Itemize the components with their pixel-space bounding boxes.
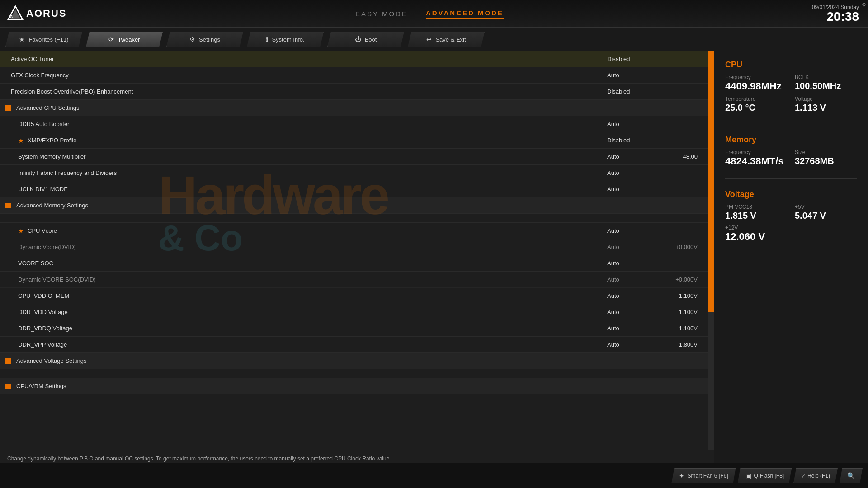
row-gfx-clock[interactable]: GFX Clock Frequency Auto [0,67,714,84]
info-panel: CPU Frequency 4409.98MHz BCLK 100.50MHz … [714,51,868,486]
tab-favorites-label: Favorites (F11) [28,36,68,43]
row-pbo[interactable]: Precision Boost Overdrive(PBO) Enhanceme… [0,84,714,100]
setting-name: GFX Clock Frequency [11,72,607,79]
tab-save-exit[interactable]: ↩ Save & Exit [408,32,485,47]
qflash-icon: ▣ [745,472,751,479]
setting-name: Active OC Tuner [11,56,607,62]
qflash-label: Q-Flash [F8] [754,473,784,479]
help-button[interactable]: ? Help (F1) [793,468,838,483]
row-ddr-vdd[interactable]: DDR_VDD Voltage Auto 1.100V [0,304,714,320]
cpu-section: CPU Frequency 4409.98MHz BCLK 100.50MHz … [725,60,857,113]
setting-name: Precision Boost Overdrive(PBO) Enhanceme… [11,88,607,95]
qflash-button[interactable]: ▣ Q-Flash [F8] [738,468,792,483]
scrollbar-thumb[interactable] [708,51,714,312]
cpu-freq-label: Frequency [725,74,788,80]
cpu-freq-value: 4409.98MHz [725,80,788,92]
category-dot [5,384,11,389]
vcc18-value: 1.815 V [725,210,788,221]
setting-name: Infinity Fabric Frequency and Dividers [18,169,607,176]
cpu-title: CPU [725,60,857,70]
mem-size-block: Size 32768MB [795,149,857,167]
setting-value: Auto [607,153,661,160]
smart-fan-button[interactable]: ✦ Smart Fan 6 [F6] [671,468,736,483]
row-active-oc-tuner[interactable]: Active OC Tuner Disabled [0,51,714,67]
settings-panel: Hardware & Co Active OC Tuner Disabled G… [0,51,714,486]
time-display: 20:38 [769,10,859,23]
row-cpu-vddio[interactable]: CPU_VDDIO_MEM Auto 1.100V [0,288,714,304]
row-ddr5-booster[interactable]: DDR5 Auto Booster Auto [0,116,714,132]
setting-value: Auto [607,186,661,192]
category-dot [5,105,11,111]
section-divider-2 [725,178,857,179]
tab-tweaker[interactable]: ⟳ Tweaker [86,32,163,47]
row-vcore-soc[interactable]: VCORE SOC Auto [0,255,714,272]
easy-mode-button[interactable]: EASY MODE [355,10,408,18]
category-advanced-cpu[interactable]: Advanced CPU Settings [0,100,714,116]
tab-boot[interactable]: ⏻ Boot [327,32,404,47]
main-content: Hardware & Co Active OC Tuner Disabled G… [0,51,868,486]
search-button[interactable]: 🔍 [840,468,863,483]
plus5v-block: +5V 5.047 V [795,204,857,221]
settings-icon: ⚙ [189,36,195,43]
datetime-area: 09/01/2024 Sunday 20:38 [769,4,868,23]
category-label: Advanced Voltage Settings [16,357,707,364]
mem-size-label: Size [795,149,857,155]
logo-area: A AORUS [0,5,90,22]
setting-value: Disabled [607,88,661,95]
top-settings-icon: ⚙ [862,2,866,8]
cpu-volt-block: Voltage 1.113 V [795,96,857,113]
setting-value: Disabled [607,56,661,62]
row-empty2 [0,369,714,378]
help-label: Help (F1) [807,473,830,479]
cpu-temp-block: Temperature 25.0 °C [725,96,788,113]
setting-value: Auto [607,325,661,332]
tab-favorites[interactable]: ★ Favorites (F11) [5,32,82,47]
setting-value: Auto [607,169,661,176]
category-advanced-voltage[interactable]: Advanced Voltage Settings [0,353,714,369]
setting-name: CPU Vcore [28,227,607,234]
row-uclk-div1[interactable]: UCLK DIV1 MODE Auto [0,181,714,197]
setting-name: Dynamic VCORE SOC(DVID) [18,276,607,283]
voltage-info-grid: PM VCC18 1.815 V +5V 5.047 V +12V 12.060… [725,204,857,243]
row-mem-multiplier[interactable]: System Memory Multiplier Auto 48.00 [0,149,714,165]
plus12v-block: +12V 12.060 V [725,225,788,243]
cpu-bclk-value: 100.50MHz [795,80,857,91]
setting-name: DDR_VDD Voltage [18,309,607,315]
row-infinity-fabric[interactable]: Infinity Fabric Frequency and Dividers A… [0,165,714,181]
cpu-freq-block: Frequency 4409.98MHz [725,74,788,92]
boot-icon: ⏻ [355,36,361,43]
row-cpu-vcore[interactable]: ★ CPU Vcore Auto [0,223,714,239]
row-dynamic-vcore-soc[interactable]: Dynamic VCORE SOC(DVID) Auto +0.000V [0,272,714,288]
star-icon: ★ [18,227,24,235]
row-xmp-expo[interactable]: ★ XMP/EXPO Profile Disabled [0,132,714,149]
vcc18-label: PM VCC18 [725,204,788,210]
logo-text: AORUS [26,8,66,19]
category-cpu-vrm[interactable]: CPU/VRM Settings [0,378,714,394]
nav-tabs: ★ Favorites (F11) ⟳ Tweaker ⚙ Settings ℹ… [0,28,868,51]
tweaker-icon: ⟳ [108,36,114,43]
row-ddr-vpp[interactable]: DDR_VPP Voltage Auto 1.800V [0,337,714,353]
tab-settings[interactable]: ⚙ Settings [166,32,243,47]
setting-name: CPU_VDDIO_MEM [18,292,607,299]
setting-value2: 1.800V [661,341,707,348]
row-dynamic-vcore[interactable]: Dynamic Vcore(DVID) Auto +0.000V [0,239,714,255]
search-icon: 🔍 [847,472,855,479]
mem-freq-label: Frequency [725,149,788,155]
plus12v-label: +12V [725,225,788,231]
setting-name: DDR_VPP Voltage [18,341,607,348]
setting-value: Auto [607,227,661,234]
setting-value: Auto [607,260,661,267]
voltage-section: Voltage PM VCC18 1.815 V +5V 5.047 V +12… [725,190,857,243]
cpu-temp-value: 25.0 °C [725,102,788,113]
setting-name: VCORE SOC [18,260,607,267]
row-ddr-vddq[interactable]: DDR_VDDQ Voltage Auto 1.100V [0,320,714,337]
advanced-mode-button[interactable]: ADVANCED MODE [426,9,504,19]
plus5v-value: 5.047 V [795,210,857,221]
category-advanced-memory[interactable]: Advanced Memory Settings [0,197,714,214]
smart-fan-label: Smart Fan 6 [F6] [687,473,728,479]
tab-save-exit-label: Save & Exit [435,36,466,43]
tab-sysinfo[interactable]: ℹ System Info. [247,32,324,47]
settings-list: Active OC Tuner Disabled GFX Clock Frequ… [0,51,714,450]
tab-sysinfo-label: System Info. [272,36,304,43]
setting-value: Auto [607,244,661,250]
